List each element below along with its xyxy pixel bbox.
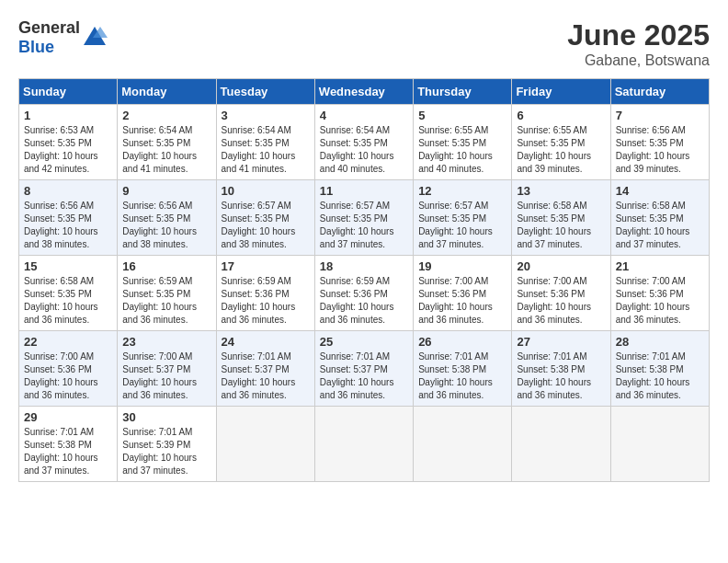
day-number: 20 [517, 259, 605, 273]
day-number: 26 [418, 335, 506, 349]
day-number: 29 [24, 410, 112, 424]
day-number: 23 [122, 335, 210, 349]
day-info: Sunrise: 6:57 AM Sunset: 5:35 PM Dayligh… [320, 200, 408, 251]
day-number: 17 [222, 259, 310, 273]
day-info: Sunrise: 6:59 AM Sunset: 5:36 PM Dayligh… [320, 275, 408, 327]
day-number: 19 [418, 259, 506, 273]
day-info: Sunrise: 7:01 AM Sunset: 5:38 PM Dayligh… [616, 350, 704, 402]
day-info: Sunrise: 6:56 AM Sunset: 5:35 PM Dayligh… [616, 124, 704, 176]
day-info: Sunrise: 7:00 AM Sunset: 5:36 PM Dayligh… [24, 350, 112, 402]
day-info: Sunrise: 6:58 AM Sunset: 5:35 PM Dayligh… [616, 200, 704, 251]
table-row: 22 Sunrise: 7:00 AM Sunset: 5:36 PM Dayl… [19, 331, 118, 407]
day-number: 3 [222, 109, 310, 122]
table-row: 1 Sunrise: 6:53 AM Sunset: 5:35 PM Dayli… [19, 105, 118, 180]
table-row [610, 407, 709, 482]
day-info: Sunrise: 6:54 AM Sunset: 5:35 PM Dayligh… [122, 124, 210, 176]
day-info: Sunrise: 7:01 AM Sunset: 5:39 PM Dayligh… [122, 426, 210, 477]
day-number: 14 [616, 184, 704, 198]
table-row: 11 Sunrise: 6:57 AM Sunset: 5:35 PM Dayl… [314, 180, 413, 256]
calendar-header-row: Sunday Monday Tuesday Wednesday Thursday… [19, 79, 710, 105]
day-number: 16 [122, 259, 210, 273]
day-number: 27 [517, 335, 605, 349]
day-info: Sunrise: 6:57 AM Sunset: 5:35 PM Dayligh… [222, 200, 310, 251]
day-number: 22 [24, 335, 112, 349]
day-info: Sunrise: 6:54 AM Sunset: 5:35 PM Dayligh… [222, 124, 310, 176]
day-info: Sunrise: 7:01 AM Sunset: 5:37 PM Dayligh… [222, 350, 310, 402]
day-number: 28 [616, 335, 704, 349]
header-thursday: Thursday [414, 79, 512, 105]
table-row: 10 Sunrise: 6:57 AM Sunset: 5:35 PM Dayl… [216, 180, 314, 256]
day-info: Sunrise: 7:00 AM Sunset: 5:36 PM Dayligh… [517, 275, 605, 327]
table-row: 7 Sunrise: 6:56 AM Sunset: 5:35 PM Dayli… [610, 105, 709, 180]
day-info: Sunrise: 6:58 AM Sunset: 5:35 PM Dayligh… [517, 200, 605, 251]
table-row: 9 Sunrise: 6:56 AM Sunset: 5:35 PM Dayli… [118, 180, 216, 256]
table-row: 8 Sunrise: 6:56 AM Sunset: 5:35 PM Dayli… [19, 180, 118, 256]
logo-general: General [18, 18, 80, 37]
calendar-title-block: June 2025 Gabane, Botswana [567, 18, 710, 69]
day-info: Sunrise: 7:01 AM Sunset: 5:38 PM Dayligh… [24, 426, 112, 477]
day-info: Sunrise: 7:01 AM Sunset: 5:37 PM Dayligh… [320, 350, 408, 402]
day-number: 12 [418, 184, 506, 198]
day-number: 1 [24, 109, 112, 122]
day-number: 6 [517, 109, 605, 122]
table-row: 2 Sunrise: 6:54 AM Sunset: 5:35 PM Dayli… [118, 105, 216, 180]
header-sunday: Sunday [19, 79, 118, 105]
day-number: 5 [418, 109, 506, 122]
day-number: 13 [517, 184, 605, 198]
table-row: 30 Sunrise: 7:01 AM Sunset: 5:39 PM Dayl… [118, 407, 216, 482]
page-header: General Blue June 2025 Gabane, Botswana [18, 18, 710, 69]
calendar-table: Sunday Monday Tuesday Wednesday Thursday… [18, 78, 710, 482]
day-number: 18 [320, 259, 408, 273]
day-info: Sunrise: 7:00 AM Sunset: 5:36 PM Dayligh… [616, 275, 704, 327]
table-row: 17 Sunrise: 6:59 AM Sunset: 5:36 PM Dayl… [216, 256, 314, 331]
table-row: 20 Sunrise: 7:00 AM Sunset: 5:36 PM Dayl… [512, 256, 610, 331]
logo-wordmark: General Blue [18, 18, 80, 57]
calendar-week-row: 1 Sunrise: 6:53 AM Sunset: 5:35 PM Dayli… [19, 105, 710, 180]
day-info: Sunrise: 6:53 AM Sunset: 5:35 PM Dayligh… [24, 124, 112, 176]
table-row: 18 Sunrise: 6:59 AM Sunset: 5:36 PM Dayl… [314, 256, 413, 331]
calendar-week-row: 22 Sunrise: 7:00 AM Sunset: 5:36 PM Dayl… [19, 331, 710, 407]
table-row: 27 Sunrise: 7:01 AM Sunset: 5:38 PM Dayl… [512, 331, 610, 407]
day-info: Sunrise: 7:01 AM Sunset: 5:38 PM Dayligh… [517, 350, 605, 402]
day-number: 30 [122, 410, 210, 424]
table-row: 13 Sunrise: 6:58 AM Sunset: 5:35 PM Dayl… [512, 180, 610, 256]
day-number: 24 [222, 335, 310, 349]
table-row: 5 Sunrise: 6:55 AM Sunset: 5:35 PM Dayli… [414, 105, 512, 180]
header-wednesday: Wednesday [314, 79, 413, 105]
table-row: 14 Sunrise: 6:58 AM Sunset: 5:35 PM Dayl… [610, 180, 709, 256]
day-info: Sunrise: 6:54 AM Sunset: 5:35 PM Dayligh… [320, 124, 408, 176]
day-number: 11 [320, 184, 408, 198]
logo-blue: Blue [18, 38, 54, 56]
table-row: 6 Sunrise: 6:55 AM Sunset: 5:35 PM Dayli… [512, 105, 610, 180]
table-row: 28 Sunrise: 7:01 AM Sunset: 5:38 PM Dayl… [610, 331, 709, 407]
day-info: Sunrise: 6:59 AM Sunset: 5:35 PM Dayligh… [122, 275, 210, 327]
day-info: Sunrise: 6:55 AM Sunset: 5:35 PM Dayligh… [418, 124, 506, 176]
table-row [512, 407, 610, 482]
calendar-week-row: 29 Sunrise: 7:01 AM Sunset: 5:38 PM Dayl… [19, 407, 710, 482]
table-row: 15 Sunrise: 6:58 AM Sunset: 5:35 PM Dayl… [19, 256, 118, 331]
table-row: 29 Sunrise: 7:01 AM Sunset: 5:38 PM Dayl… [19, 407, 118, 482]
day-info: Sunrise: 6:59 AM Sunset: 5:36 PM Dayligh… [222, 275, 310, 327]
day-number: 21 [616, 259, 704, 273]
day-number: 2 [122, 109, 210, 122]
calendar-subtitle: Gabane, Botswana [567, 52, 710, 69]
day-number: 9 [122, 184, 210, 198]
day-number: 7 [616, 109, 704, 122]
day-number: 10 [222, 184, 310, 198]
table-row: 12 Sunrise: 6:57 AM Sunset: 5:35 PM Dayl… [414, 180, 512, 256]
table-row [414, 407, 512, 482]
table-row: 26 Sunrise: 7:01 AM Sunset: 5:38 PM Dayl… [414, 331, 512, 407]
table-row: 4 Sunrise: 6:54 AM Sunset: 5:35 PM Dayli… [314, 105, 413, 180]
header-tuesday: Tuesday [216, 79, 314, 105]
day-info: Sunrise: 6:56 AM Sunset: 5:35 PM Dayligh… [122, 200, 210, 251]
table-row: 19 Sunrise: 7:00 AM Sunset: 5:36 PM Dayl… [414, 256, 512, 331]
day-info: Sunrise: 7:00 AM Sunset: 5:36 PM Dayligh… [418, 275, 506, 327]
day-info: Sunrise: 6:56 AM Sunset: 5:35 PM Dayligh… [24, 200, 112, 251]
table-row: 3 Sunrise: 6:54 AM Sunset: 5:35 PM Dayli… [216, 105, 314, 180]
header-monday: Monday [118, 79, 216, 105]
header-friday: Friday [512, 79, 610, 105]
logo-icon [82, 25, 108, 51]
day-info: Sunrise: 6:55 AM Sunset: 5:35 PM Dayligh… [517, 124, 605, 176]
table-row: 24 Sunrise: 7:01 AM Sunset: 5:37 PM Dayl… [216, 331, 314, 407]
table-row: 16 Sunrise: 6:59 AM Sunset: 5:35 PM Dayl… [118, 256, 216, 331]
